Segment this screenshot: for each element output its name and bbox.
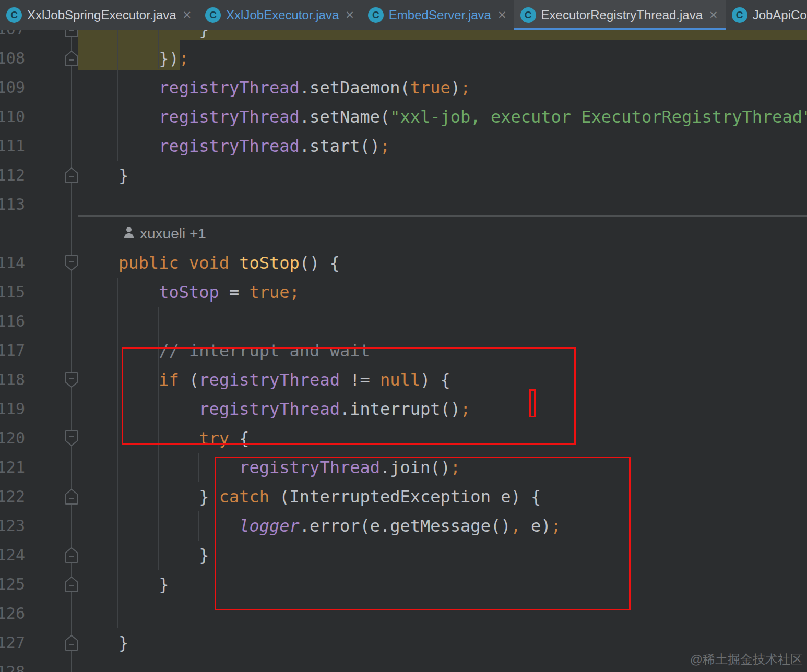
fold-end-icon[interactable] (65, 547, 78, 563)
line-number: 124 (0, 541, 25, 570)
tab-label: XxlJobExecutor.java (226, 8, 339, 22)
line-number: 109 (0, 73, 25, 102)
code-line-125[interactable]: } (78, 570, 169, 599)
tab-close-icon[interactable]: ✕ (496, 8, 508, 21)
code-line-109[interactable]: registryThread.setDaemon(true); (78, 73, 470, 102)
line-number: 122 (0, 482, 25, 511)
line-number: 113 (0, 190, 25, 219)
token: void (189, 253, 229, 273)
tab-label: EmbedServer.java (389, 8, 491, 22)
red-annotation-box-2 (215, 457, 631, 610)
tab-xxljobexecutor-java[interactable]: CXxlJobExecutor.java✕ (199, 0, 362, 30)
line-number: 123 (0, 511, 25, 541)
class-file-icon: C (6, 7, 22, 23)
token (179, 253, 189, 273)
token (78, 78, 159, 98)
token: .setDaemon( (300, 78, 410, 98)
fold-connector-line (71, 30, 72, 672)
token: "xxl-job, executor ExecutorRegistryThrea… (390, 107, 807, 127)
editor-tab-bar: CXxlJobSpringExecutor.java✕CXxlJobExecut… (0, 0, 807, 30)
line-number: 128 (0, 657, 25, 672)
ide-window: 107 }108 });109 registryThread.setDaemon… (0, 0, 807, 672)
line-number: 116 (0, 307, 25, 336)
red-cursor-marker (529, 389, 536, 417)
token (78, 136, 159, 156)
line-number: 126 (0, 599, 25, 628)
code-line-110[interactable]: registryThread.setName("xxl-job, executo… (78, 102, 807, 131)
line-number: 127 (0, 628, 25, 657)
token (229, 253, 239, 273)
token: ; (460, 78, 470, 98)
code-line-124[interactable]: } (78, 541, 209, 570)
code-editor[interactable]: 107 }108 });109 registryThread.setDaemon… (0, 0, 807, 672)
line-number: 121 (0, 453, 25, 482)
code-line-127[interactable]: } (78, 628, 128, 657)
tab-executorregistrythread-java[interactable]: CExecutorRegistryThread.java✕ (514, 0, 726, 30)
token: true (250, 282, 290, 302)
class-file-icon: C (520, 7, 536, 23)
author-label: xuxueli +1 (140, 225, 206, 242)
tab-close-icon[interactable]: ✕ (182, 8, 193, 21)
fold-start-icon[interactable] (65, 372, 78, 388)
token: toStop (159, 282, 219, 302)
line-number: 115 (0, 278, 25, 307)
token: }) (78, 49, 179, 68)
code-line-114[interactable]: public void toStop() { (78, 248, 340, 278)
token (78, 282, 159, 302)
code-line-108[interactable]: }); (78, 44, 189, 73)
token: } (78, 487, 219, 507)
fold-start-icon[interactable] (65, 255, 78, 271)
watermark: @稀土掘金技术社区 (690, 651, 803, 668)
code-line-115[interactable]: toStop = true; (78, 278, 300, 307)
author-inlay: xuxueli +1 (122, 219, 206, 248)
author-icon (122, 225, 136, 243)
fold-end-icon[interactable] (65, 577, 78, 592)
code-line-111[interactable]: registryThread.start(); (78, 131, 390, 161)
tab-embedserver-java[interactable]: CEmbedServer.java✕ (362, 0, 514, 30)
fold-end-icon[interactable] (65, 167, 78, 183)
fold-end-icon[interactable] (65, 635, 78, 651)
code-line-112[interactable]: } (78, 161, 128, 190)
tab-close-icon[interactable]: ✕ (708, 8, 719, 21)
class-file-icon: C (368, 7, 384, 23)
line-number: 118 (0, 365, 25, 394)
token (78, 107, 159, 127)
token: = (219, 282, 250, 302)
tab-xxljobspringexecutor-java[interactable]: CXxlJobSpringExecutor.java✕ (0, 0, 199, 30)
line-number: 119 (0, 394, 25, 424)
line-number: 108 (0, 44, 25, 73)
token: ; (380, 136, 390, 156)
line-number: 120 (0, 424, 25, 453)
line-number: 114 (0, 248, 25, 278)
token (78, 253, 118, 273)
class-file-icon: C (732, 7, 747, 23)
method-separator (78, 215, 807, 217)
class-file-icon: C (205, 7, 221, 23)
line-number: 117 (0, 336, 25, 365)
token: public (118, 253, 179, 273)
line-number: 112 (0, 161, 25, 190)
token: .setName( (300, 107, 390, 127)
tab-close-icon[interactable]: ✕ (344, 8, 355, 21)
red-annotation-box-1 (122, 347, 576, 445)
line-number: 125 (0, 570, 25, 599)
token: registryThread (159, 136, 300, 156)
tab-label: ExecutorRegistryThread.java (541, 8, 703, 22)
token: () { (300, 253, 340, 273)
fold-end-icon[interactable] (65, 51, 78, 66)
token: } (78, 574, 169, 594)
token: ; (179, 49, 189, 68)
token: ; (290, 282, 300, 302)
token: } (78, 165, 128, 185)
token: .start() (300, 136, 380, 156)
line-number: 110 (0, 102, 25, 131)
token: registryThread (159, 78, 300, 98)
token: toStop (239, 253, 300, 273)
token: ) (450, 78, 460, 98)
token: registryThread (159, 107, 300, 127)
tab-label: XxlJobSpringExecutor.java (27, 8, 176, 22)
tab-jobapicon[interactable]: CJobApiCon (726, 0, 807, 30)
fold-start-icon[interactable] (65, 430, 78, 446)
line-number: 111 (0, 131, 25, 161)
fold-end-icon[interactable] (65, 489, 78, 505)
